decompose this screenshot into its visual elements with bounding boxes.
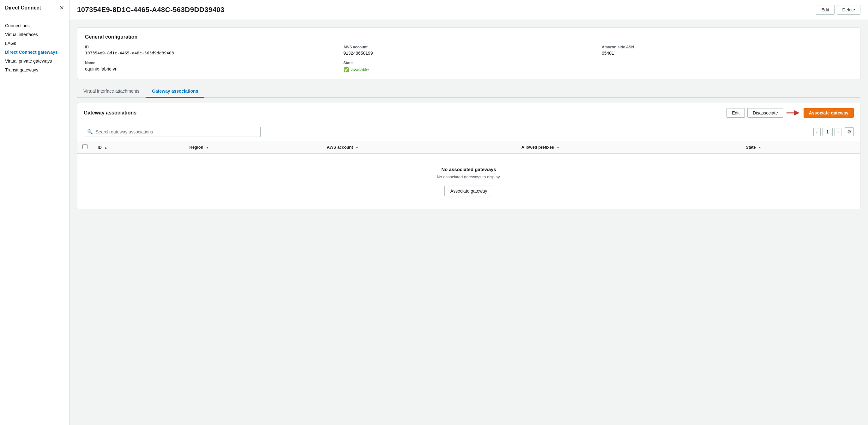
state-value: ✅ available [343, 66, 594, 73]
sidebar-item-virtual-private-gateways[interactable]: Virtual private gateways [0, 57, 69, 65]
select-all-cell[interactable] [78, 141, 93, 154]
section-title: Gateway associations [84, 110, 136, 116]
page-number: 1 [823, 128, 833, 136]
page-title: 107354E9-8D1C-4465-A48C-563D9DD39403 [77, 6, 224, 14]
id-label: ID [85, 45, 336, 49]
col-allowed-prefixes[interactable]: Allowed prefixes ▼ [517, 141, 741, 154]
search-input[interactable] [96, 129, 257, 134]
empty-state: No associated gateways No associated gat… [78, 154, 860, 209]
state-field: State ✅ available [343, 61, 594, 73]
aws-account-field: AWS account 913248650199 [343, 45, 594, 56]
page-content: General configuration ID 107354e9-8d1c-4… [69, 20, 868, 217]
col-id[interactable]: ID ▲ [93, 141, 184, 154]
col-state[interactable]: State ▼ [741, 141, 860, 154]
id-value: 107354e9-8d1c-4465-a48c-563d9dd39403 [85, 51, 336, 55]
general-config-title: General configuration [85, 34, 852, 40]
gateway-associations-table: ID ▲ Region ▼ AWS account ▼ [78, 141, 860, 209]
tab-virtual-interface-attachments[interactable]: Virtual interface attachments [77, 85, 146, 98]
name-field: Name equinix-fabric-vrf [85, 61, 336, 73]
edit-button[interactable]: Edit [816, 5, 834, 15]
sidebar-title: Direct Connect [5, 5, 41, 11]
search-icon: 🔍 [87, 129, 93, 135]
sidebar-close-button[interactable]: ✕ [59, 5, 64, 11]
page-header: 107354E9-8D1C-4465-A48C-563D9DD39403 Edi… [69, 0, 868, 20]
sidebar-item-virtual-interfaces[interactable]: Virtual interfaces [0, 30, 69, 39]
tab-gateway-associations[interactable]: Gateway associations [146, 85, 205, 98]
aws-account-label: AWS account [343, 45, 594, 49]
name-value: equinix-fabric-vrf [85, 66, 336, 72]
sidebar-item-connections[interactable]: Connections [0, 21, 69, 30]
next-page-button[interactable]: › [835, 128, 841, 136]
section-header: Gateway associations Edit Disassociate [78, 103, 860, 123]
empty-title: No associated gateways [84, 167, 854, 172]
empty-desc: No associated gateways to display. [84, 175, 854, 179]
empty-state-row: No associated gateways No associated gat… [78, 154, 860, 209]
sidebar: Direct Connect ✕ ConnectionsVirtual inte… [0, 0, 69, 425]
col-id-label: ID [98, 145, 102, 149]
arrow-icon [786, 109, 801, 116]
prev-page-button[interactable]: ‹ [813, 128, 820, 136]
arrow-annotation [786, 109, 801, 116]
col-aws-account[interactable]: AWS account ▼ [322, 141, 517, 154]
associate-gateway-button[interactable]: Associate gateway [804, 108, 854, 118]
sidebar-item-transit-gateways[interactable]: Transit gateways [0, 65, 69, 74]
header-actions: Edit Delete [816, 5, 861, 15]
state-label: State [343, 61, 594, 65]
sort-region-icon: ▼ [206, 146, 209, 149]
col-region[interactable]: Region ▼ [184, 141, 322, 154]
section-actions: Edit Disassociate Assoc [726, 108, 854, 118]
col-region-label: Region [189, 145, 204, 149]
empty-associate-gateway-button[interactable]: Associate gateway [444, 186, 493, 196]
amazon-asn-value: 65401 [602, 51, 852, 56]
search-wrap[interactable]: 🔍 [84, 127, 260, 137]
sidebar-header: Direct Connect ✕ [0, 5, 69, 16]
main-content: 107354E9-8D1C-4465-A48C-563D9DD39403 Edi… [69, 0, 868, 425]
table-wrap: ID ▲ Region ▼ AWS account ▼ [78, 141, 860, 209]
col-state-label: State [746, 145, 756, 149]
sidebar-item-lags[interactable]: LAGs [0, 39, 69, 48]
state-text: available [351, 67, 369, 72]
edit-assoc-button[interactable]: Edit [726, 108, 745, 118]
pagination: ‹ 1 › ⚙ [813, 128, 854, 136]
config-grid: ID 107354e9-8d1c-4465-a48c-563d9dd39403 … [85, 45, 852, 73]
col-allowed-prefixes-label: Allowed prefixes [522, 145, 554, 149]
delete-button[interactable]: Delete [837, 5, 861, 15]
select-all-checkbox[interactable] [83, 144, 88, 149]
amazon-asn-label: Amazon side ASN [602, 45, 852, 49]
sidebar-item-direct-connect-gateways[interactable]: Direct Connect gateways [0, 48, 69, 57]
sort-aws-account-icon: ▼ [355, 146, 359, 149]
sort-allowed-prefixes-icon: ▼ [557, 146, 560, 149]
gateway-associations-card: Gateway associations Edit Disassociate [77, 103, 861, 209]
amazon-asn-field: Amazon side ASN 65401 [602, 45, 852, 56]
general-config-card: General configuration ID 107354e9-8d1c-4… [77, 28, 861, 79]
table-header-row: ID ▲ Region ▼ AWS account ▼ [78, 141, 860, 154]
sort-id-icon: ▲ [104, 146, 107, 149]
sort-state-icon: ▼ [758, 146, 761, 149]
name-label: Name [85, 61, 336, 65]
id-field: ID 107354e9-8d1c-4465-a48c-563d9dd39403 [85, 45, 336, 56]
col-aws-account-label: AWS account [327, 145, 353, 149]
sidebar-nav: ConnectionsVirtual interfacesLAGsDirect … [0, 19, 69, 77]
search-toolbar: 🔍 ‹ 1 › ⚙ [78, 123, 860, 141]
disassociate-button[interactable]: Disassociate [747, 108, 783, 118]
table-settings-button[interactable]: ⚙ [845, 128, 854, 136]
tabs: Virtual interface attachmentsGateway ass… [77, 85, 861, 98]
state-icon: ✅ [343, 66, 350, 73]
aws-account-value: 913248650199 [343, 51, 594, 56]
